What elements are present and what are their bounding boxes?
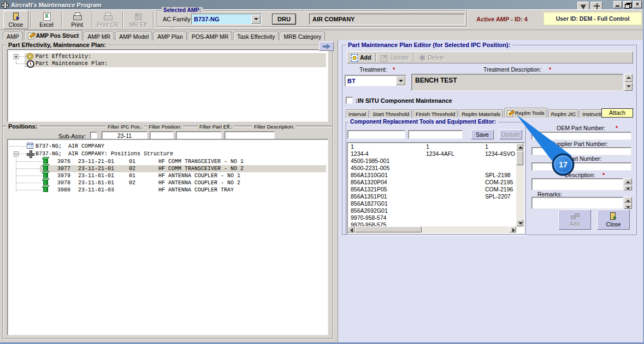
position-row[interactable]: 3980 23-11-61-03 HF ANTENNA COUPLER TRAY [8,186,327,194]
tool-row[interactable]: 856A1310G01 SPL-2198 [348,172,516,179]
spinner-up-icon[interactable] [624,74,633,82]
tool-row[interactable]: 856A1320P04 COM-2195 [348,179,516,186]
tab-amp-mr[interactable]: AMP MR [84,32,114,40]
close-button[interactable]: Close [3,10,28,29]
print-button[interactable]: Print [64,10,90,29]
save-button[interactable]: Save [471,130,494,139]
scroll-left-icon[interactable] [348,226,355,232]
delete-button[interactable]: Delete [418,54,444,61]
tree-item-positions-structure[interactable]: B737-NG; AIR COMPANY: Positions Structur… [8,150,327,158]
editor-tab-finish-threshold[interactable]: Finish Threshold [413,109,458,118]
update-tool-button[interactable]: Update [499,130,522,139]
spinner-down-icon[interactable] [624,83,633,91]
tab-amp-plan[interactable]: AMP Plan [153,32,187,40]
position-row[interactable]: 3978 23-11-61-01 02 HF ANTENNA COUPLER -… [8,179,327,186]
tab-pos-amp-mr[interactable]: POS-AMP MR [188,32,232,40]
tools-list: 1 1 1 1234-4 1234-4AFL 1234-4SVO 4500-19… [347,142,525,234]
tool-row[interactable]: 4500-1985-001 [348,158,516,165]
chevron-down-icon[interactable] [251,15,261,24]
plug-icon [570,212,579,220]
plane-icon[interactable] [577,2,589,10]
move-icon[interactable] [590,2,602,10]
spinner-up-icon[interactable] [624,197,632,203]
sub-assy-checkbox[interactable] [90,132,97,139]
editor-tab-interval[interactable]: Interval [346,109,369,118]
tool-row[interactable]: 856A1827G01 [348,200,516,207]
editor-tab-replm-jic[interactable]: Replm JIC [548,109,579,118]
collapse-minus-icon[interactable] [14,151,19,156]
horizontal-scrollbar[interactable] [348,226,516,233]
tree-item-company-root[interactable]: B737-NG; AIR COMPANY [8,143,327,150]
position-row[interactable]: 3979 23-11-61-01 01 HF ANTENNA COUPLER -… [8,172,327,179]
dru-button[interactable]: DRU [272,14,296,25]
description-spinner[interactable] [624,74,633,91]
tree-connector [16,168,42,169]
treatment-description-field[interactable]: BENCH TEST [411,74,623,91]
scroll-down-icon[interactable] [516,219,523,226]
description-field-spinner[interactable] [624,178,632,190]
in-situ-checkbox[interactable] [346,97,353,104]
add-button[interactable]: Add [351,54,371,61]
scroll-up-icon[interactable] [516,143,523,150]
tree-item-part-maintenance-plan[interactable]: Part Maintenance Plan: [8,60,327,67]
position-ipc: 23-11-21-01 [78,166,114,172]
description-textarea[interactable] [531,178,623,190]
tools-group-title: Component Replacement Tools and Equipmen… [348,119,498,125]
tab-amp-pos-struct[interactable]: AMP Pos Struct [24,30,83,40]
tab-amp[interactable]: AMP [3,32,23,40]
tool-oem-part: 856A1321P05 [351,186,387,193]
tool-row[interactable]: 856A1321P05 COM-2196 [348,186,516,193]
editor-tab-replm-materials[interactable]: Replm Materials [459,109,503,118]
expand-panel-arrow-button[interactable] [319,42,334,51]
print-cr-button[interactable]: Print CR [95,10,120,29]
remarks-field-spinner[interactable] [624,197,632,209]
mr-eff-button[interactable]: MR Eff [126,10,151,29]
chevron-down-icon[interactable] [396,76,405,85]
spinner-up-icon[interactable] [624,178,632,184]
tab-task-effectivity[interactable]: Task Effectivity [233,32,279,40]
tool-oem-input[interactable] [347,130,405,139]
supplier-part-input[interactable] [531,147,631,155]
tree-item-part-effectivity[interactable]: Part Effectivity: [8,53,327,60]
spinner-down-icon[interactable] [624,185,632,191]
position-row[interactable]: 3977 23-11-21-01 02 HF COMM TRANSCEIVER … [8,165,327,172]
excel-button[interactable]: Excel [34,10,59,29]
tab-amp-model[interactable]: AMP Model [115,32,152,40]
tool-row[interactable]: 4500-2231-005 [348,165,516,172]
editor-tab-replm-tools[interactable]: Replm Tools [504,108,547,118]
scroll-right-icon[interactable] [510,226,516,232]
attach-button[interactable]: Attach [601,108,633,118]
close-editor-button[interactable]: Close [597,209,630,230]
scrollbar-thumb[interactable] [516,151,523,165]
treatment-combobox[interactable]: BT [345,75,406,86]
tool-supplier-part: 1 [426,143,429,150]
tool-row[interactable]: 856A1351P01 SPL-2207 [348,193,516,200]
tool-oem-part: 856A1320P04 [351,179,387,185]
position-row[interactable]: 3976 23-11-21-01 01 HF COMM TRANSCEIVER … [8,158,327,165]
oem-part-input[interactable] [531,132,631,140]
close-window-button[interactable]: × [633,1,642,8]
remarks-textarea[interactable] [531,197,623,209]
tool-row[interactable]: 1 1 1 [348,143,516,150]
tool-row[interactable]: 9970-958-574 [348,214,516,221]
tool-supplier-input[interactable] [408,130,463,139]
editor-tab-start-threshold[interactable]: Start Threshold [370,109,412,118]
tool-row[interactable]: 1234-4 1234-4AFL 1234-4SVO [348,150,516,158]
tool-row[interactable]: 856A2692G01 [348,207,516,214]
scrollbar-thumb[interactable] [355,226,422,232]
part-number-input[interactable] [531,162,631,171]
minimize-button[interactable] [613,1,622,8]
restore-button[interactable] [623,1,632,8]
excel-icon [42,12,51,21]
tab-mrb-category[interactable]: MRB Category [280,32,325,40]
vertical-scrollbar[interactable] [516,143,524,226]
update-button[interactable]: Update [381,54,409,61]
expand-plus-icon[interactable] [14,54,19,59]
add-part-button[interactable]: Add [558,209,591,230]
ac-family-combobox[interactable]: B737-NG [191,14,262,25]
spinner-down-icon[interactable] [624,203,632,209]
tree-item-label: Part Effectivity: [36,54,91,60]
green-cube-icon [43,166,48,171]
selected-amp-label: Selected AMP: [162,7,203,13]
selected-amp-group: Selected AMP: AC Family: B737-NG DRU AIR… [157,10,467,27]
